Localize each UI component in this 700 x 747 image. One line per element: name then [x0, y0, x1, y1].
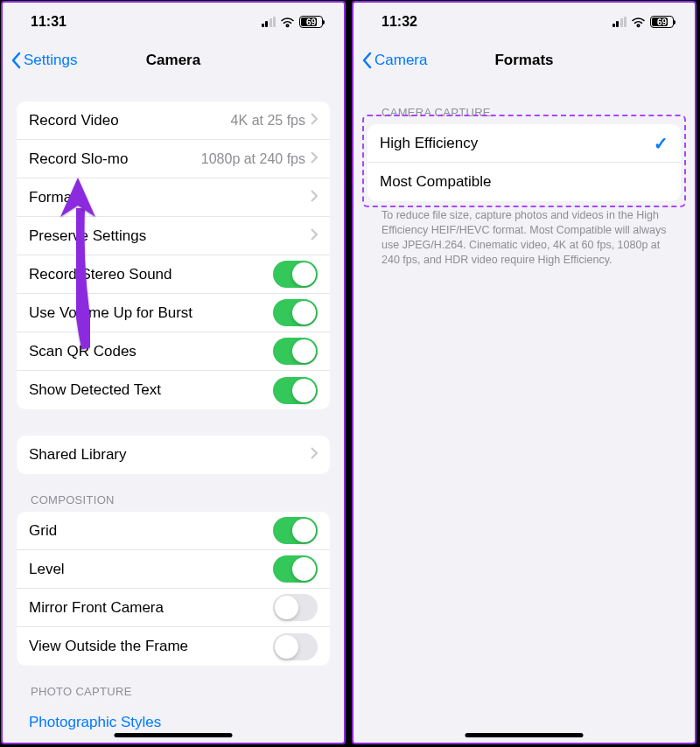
shared-library-group: Shared Library — [17, 436, 330, 474]
volume-burst-toggle[interactable] — [273, 299, 318, 326]
cell-signal-icon — [612, 17, 627, 27]
chevron-right-icon — [311, 151, 318, 167]
status-icons: 69 — [262, 16, 324, 28]
back-label: Camera — [374, 52, 427, 69]
volume-burst-row[interactable]: Use Volume Up for Burst — [17, 294, 330, 332]
scan-qr-toggle[interactable] — [273, 338, 318, 365]
wifi-icon — [631, 17, 646, 28]
chevron-left-icon — [11, 52, 22, 69]
battery-icon: 69 — [299, 16, 323, 28]
camera-settings-group: Record Video 4K at 25 fps Record Slo-mo … — [17, 101, 330, 409]
chevron-left-icon — [362, 52, 373, 69]
back-button[interactable]: Camera — [354, 52, 427, 69]
status-time: 11:31 — [31, 14, 66, 30]
back-label: Settings — [24, 52, 77, 69]
preserve-settings-row[interactable]: Preserve Settings — [17, 217, 330, 255]
back-button[interactable]: Settings — [3, 52, 77, 69]
stereo-sound-row[interactable]: Record Stereo Sound — [17, 255, 330, 294]
detected-text-row[interactable]: Show Detected Text — [17, 371, 330, 409]
shared-library-row[interactable]: Shared Library — [17, 436, 330, 474]
grid-toggle[interactable] — [273, 517, 318, 544]
camera-capture-header: CAMERA CAPTURE — [354, 80, 695, 124]
grid-row[interactable]: Grid — [17, 512, 330, 550]
formats-row[interactable]: Formats — [17, 178, 330, 217]
high-efficiency-row[interactable]: High Efficiency ✓ — [368, 124, 681, 163]
nav-bar: Settings Camera — [3, 41, 344, 80]
format-options-group: High Efficiency ✓ Most Compatible — [368, 124, 681, 201]
view-outside-toggle[interactable] — [273, 633, 318, 660]
photographic-styles-row[interactable]: Photographic Styles — [3, 703, 344, 731]
format-footer-text: To reduce file size, capture photos and … — [354, 201, 695, 268]
status-bar: 11:31 69 — [3, 3, 344, 41]
status-time: 11:32 — [382, 14, 417, 30]
stereo-sound-toggle[interactable] — [273, 261, 318, 288]
home-indicator[interactable] — [466, 733, 584, 737]
wifi-icon — [280, 17, 295, 28]
cell-signal-icon — [262, 17, 276, 27]
chevron-right-icon — [311, 190, 318, 206]
photo-capture-header: PHOTO CAPTURE — [3, 666, 344, 703]
battery-icon: 69 — [650, 16, 674, 28]
composition-group: Grid Level Mirror Front Camera View Outs… — [17, 512, 330, 666]
view-outside-frame-row[interactable]: View Outside the Frame — [17, 627, 330, 666]
level-row[interactable]: Level — [17, 550, 330, 589]
status-icons: 69 — [612, 16, 675, 28]
right-screenshot: 11:32 69 Camera Formats CAMERA CAPTURE H… — [352, 1, 696, 744]
chevron-right-icon — [311, 228, 318, 244]
mirror-front-row[interactable]: Mirror Front Camera — [17, 589, 330, 627]
checkmark-icon: ✓ — [654, 133, 668, 154]
record-slomo-row[interactable]: Record Slo-mo 1080p at 240 fps — [17, 140, 330, 178]
composition-header: COMPOSITION — [3, 474, 344, 512]
left-screenshot: 11:31 69 Settings Camera Record Video 4K… — [1, 1, 346, 744]
mirror-front-toggle[interactable] — [273, 594, 318, 621]
chevron-right-icon — [311, 113, 318, 129]
home-indicator[interactable] — [115, 733, 233, 737]
scan-qr-row[interactable]: Scan QR Codes — [17, 332, 330, 371]
chevron-right-icon — [311, 447, 318, 463]
detected-text-toggle[interactable] — [273, 377, 318, 404]
level-toggle[interactable] — [273, 555, 318, 583]
nav-bar: Camera Formats — [354, 41, 695, 80]
status-bar: 11:32 69 — [354, 3, 695, 41]
record-video-row[interactable]: Record Video 4K at 25 fps — [17, 101, 330, 140]
most-compatible-row[interactable]: Most Compatible — [368, 163, 681, 201]
